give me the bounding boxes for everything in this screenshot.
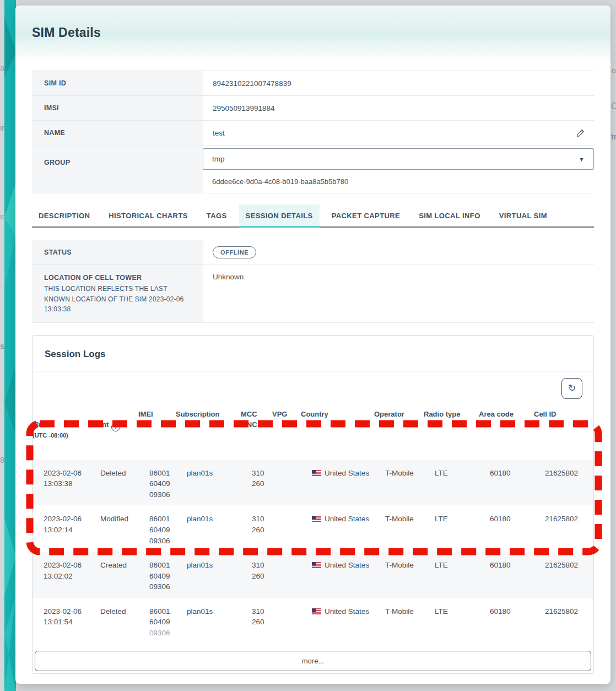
cell-event: Deleted [100, 606, 149, 639]
cell-event: Deleted [100, 468, 149, 500]
name-value: test [203, 121, 594, 145]
cell-operator: T-Mobile [385, 514, 435, 546]
backdrop-text-fragment: tr [611, 132, 616, 141]
col-time-label: Time [33, 420, 49, 429]
us-flag-icon [312, 562, 321, 568]
cell-operator: T-Mobile [385, 560, 435, 592]
session-logs-toolbar: ↻ [33, 371, 593, 403]
cell-mcc-mnc: 310 260 [252, 606, 283, 639]
imsi-label: IMSI [32, 96, 203, 120]
status-value: OFFLINE [203, 240, 594, 264]
country-text: United States [325, 515, 369, 523]
group-uuid: 6ddee6ce-9d0a-4c08-b019-baa8a5b5b780 [203, 170, 594, 193]
backdrop-text-fragment: s [0, 342, 4, 350]
cell-country: United States [312, 514, 385, 546]
chevron-down-icon: ▼ [579, 156, 585, 163]
sim-id-value: 8942310221007478839 [203, 71, 594, 95]
imei-text: 86001 60409 09306 [149, 561, 170, 591]
cell-area-code: 60180 [490, 606, 545, 639]
more-button[interactable]: more... [35, 651, 591, 671]
cell-area-code: 60180 [490, 514, 545, 546]
cell-subscription: plan01s [187, 560, 252, 592]
cell-vpg [283, 514, 312, 546]
col-radio-type: Radio type [424, 409, 479, 451]
group-selected-option: tmp [212, 155, 225, 163]
cell-mcc-mnc: 310 260 [252, 514, 283, 546]
teal-facets-decoration [4, 0, 16, 691]
col-operator: Operator [374, 409, 424, 451]
cell-cell-id: 21625802 [545, 560, 582, 592]
group-select[interactable]: tmp ▼ [203, 148, 594, 170]
table-row: 2023-02-06 13:03:38 Deleted 86001 60409 … [33, 460, 593, 506]
cell-area-code: 60180 [490, 468, 545, 500]
location-label: LOCATION OF CELL TOWER [44, 274, 193, 282]
pencil-icon [576, 129, 585, 137]
us-flag-icon [312, 608, 321, 614]
sim-details-modal: SIM Details SIM ID 8942310221007478839 I… [15, 6, 610, 684]
cell-mcc-mnc: 310 260 [252, 560, 283, 592]
cell-mcc-mnc: 310 260 [252, 468, 283, 500]
cell-country: United States [312, 560, 385, 592]
cell-radio-type: LTE [435, 606, 490, 639]
session-logs-card: Session Logs ↻ Time (UTC -08:00) Eventi … [32, 335, 594, 674]
cell-radio-type: LTE [435, 514, 490, 546]
cell-country: United States [312, 606, 385, 639]
background-sidebar [4, 0, 16, 691]
sim-id-label: SIM ID [32, 71, 203, 95]
field-row-group: GROUP tmp ▼ 6ddee6ce-9d0a-4c08-b019-baa8… [32, 145, 594, 193]
group-label: GROUP [32, 145, 203, 193]
location-sublabel: THIS LOCATION REFLECTS THE LAST KNOWN LO… [44, 284, 193, 315]
cell-country: United States [312, 468, 385, 500]
cell-event: Modified [100, 514, 149, 546]
edit-name-button[interactable] [574, 127, 586, 139]
tab-packet-capture[interactable]: PACKET CAPTURE [325, 204, 407, 226]
session-logs-title: Session Logs [33, 336, 593, 371]
refresh-icon: ↻ [568, 382, 576, 394]
us-flag-icon [312, 516, 321, 522]
location-value: Unknown [203, 265, 594, 322]
cell-area-code: 60180 [490, 560, 545, 592]
cell-subscription: plan01s [187, 468, 252, 500]
sim-fields-table: SIM ID 8942310221007478839 IMSI 29505091… [32, 71, 594, 193]
group-value: tmp ▼ 6ddee6ce-9d0a-4c08-b019-baa8a5b5b7… [203, 145, 594, 193]
us-flag-icon [312, 470, 321, 476]
col-area-code: Area code [479, 409, 534, 451]
session-logs-header: Time (UTC -08:00) Eventi IMEI Subscripti… [33, 403, 593, 460]
tab-virtual-sim[interactable]: VIRTUAL SIM [493, 204, 554, 226]
tab-description[interactable]: DESCRIPTION [32, 204, 96, 226]
country-text: United States [325, 469, 369, 477]
cell-cell-id: 21625802 [545, 514, 582, 546]
col-cell-id: Cell ID [534, 409, 593, 451]
col-time: Time (UTC -08:00) [33, 409, 89, 451]
modal-header: SIM Details [15, 6, 610, 62]
tab-bar: DESCRIPTION HISTORICAL CHARTS TAGS SESSI… [32, 204, 594, 228]
tab-sim-local-info[interactable]: SIM LOCAL INFO [412, 204, 487, 226]
tab-tags[interactable]: TAGS [200, 204, 234, 226]
backdrop-text-fragment: a [0, 63, 4, 72]
cell-imei: 86001 60409 09306 [149, 560, 187, 592]
cell-time: 2023-02-06 13:02:02 [44, 560, 100, 592]
cell-time: 2023-02-06 13:01:54 [44, 606, 100, 639]
field-row-imsi: IMSI 295050913991884 [32, 96, 594, 121]
col-vpg: VPG [272, 409, 301, 451]
table-row: 2023-02-06 13:02:02 Created 86001 60409 … [33, 552, 593, 598]
name-label: NAME [32, 121, 203, 145]
country-text: United States [325, 561, 369, 569]
session-logs-body: 2023-02-06 13:03:38 Deleted 86001 60409 … [33, 460, 593, 644]
cell-cell-id: 21625802 [545, 468, 582, 500]
col-event: Eventi [89, 409, 138, 451]
location-row: LOCATION OF CELL TOWER THIS LOCATION REF… [32, 265, 594, 323]
tab-historical-charts[interactable]: HISTORICAL CHARTS [102, 204, 194, 226]
col-mcc-mnc: MCC MNC [241, 409, 272, 451]
refresh-button[interactable]: ↻ [561, 378, 582, 399]
tab-session-details[interactable]: SESSION DETAILS [239, 204, 320, 226]
field-row-name: NAME test [32, 121, 594, 145]
cell-imei: 86001 60409 09306 [149, 606, 187, 639]
cell-vpg [283, 606, 312, 639]
imei-text: 86001 60409 [149, 607, 170, 627]
imei-text-faded: 09306 [149, 629, 170, 637]
info-icon[interactable]: i [111, 423, 120, 431]
cell-operator: T-Mobile [385, 468, 435, 500]
cell-subscription: plan01s [187, 606, 252, 639]
cell-vpg [283, 468, 312, 500]
